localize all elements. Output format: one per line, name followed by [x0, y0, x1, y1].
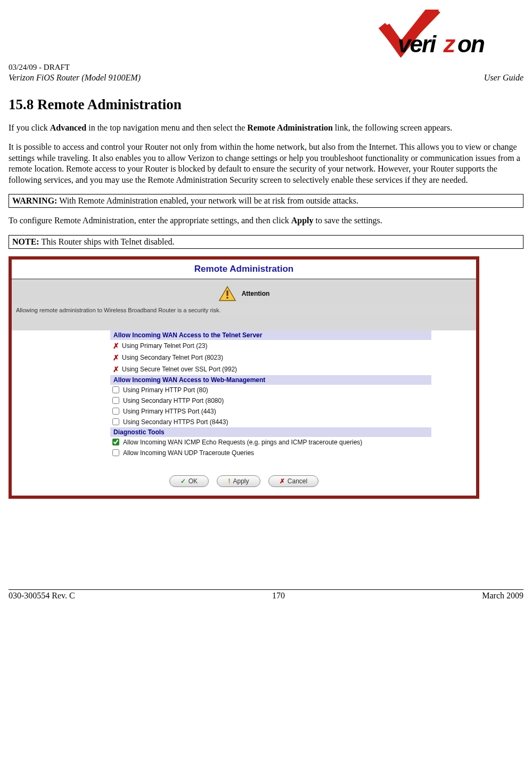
option-label: Using Secure Telnet over SSL Port (992) — [122, 366, 237, 373]
user-guide-label: User Guide — [484, 73, 523, 83]
cancel-button[interactable]: ✗ Cancel — [268, 475, 318, 487]
option-checkbox[interactable] — [112, 408, 119, 415]
disabled-x-icon: ✗ — [112, 353, 120, 362]
option-label: Using Primary HTTPS Port (443) — [123, 408, 216, 415]
intro-paragraph-1: If you click Advanced in the top navigat… — [9, 123, 523, 133]
option-label: Using Primary Telnet Port (23) — [122, 342, 208, 350]
attention-row: Attention — [12, 279, 476, 304]
option-checkbox[interactable] — [112, 449, 119, 456]
footer-row: 030-300554 Rev. C 170 March 2009 — [9, 591, 523, 601]
screenshot-title: Remote Administration — [12, 260, 476, 279]
svg-text:z: z — [443, 31, 456, 57]
intro-paragraph-2: It is possible to access and control you… — [9, 142, 523, 185]
group-header: Allow Incoming WAN Access to the Telnet … — [110, 330, 431, 340]
draft-line: 03/24/09 - DRAFT — [9, 63, 523, 72]
exclaim-icon: ! — [228, 477, 230, 485]
option-checkbox[interactable] — [112, 386, 119, 393]
option-label: Using Secondary HTTPS Port (8443) — [123, 418, 228, 426]
svg-text:on: on — [457, 31, 485, 57]
option-label: Allow Incoming WAN ICMP Echo Requests (e… — [123, 439, 362, 446]
logo-wrap: veri z on — [9, 10, 523, 60]
option-row: Using Secondary HTTP Port (8080) — [110, 395, 431, 406]
option-checkbox[interactable] — [112, 397, 119, 404]
x-icon: ✗ — [280, 477, 285, 485]
ok-button-label: OK — [189, 477, 198, 485]
option-row: ✗Using Primary Telnet Port (23) — [110, 340, 431, 352]
footer-right: March 2009 — [482, 591, 523, 601]
option-label: Using Secondary HTTP Port (8080) — [123, 397, 224, 404]
option-row: Using Primary HTTPS Port (443) — [110, 406, 431, 417]
apply-button[interactable]: ! Apply — [217, 475, 260, 487]
product-line: Verizon FiOS Router (Model 9100EM) — [9, 73, 141, 83]
disabled-x-icon: ✗ — [112, 365, 120, 374]
footer-left: 030-300554 Rev. C — [9, 591, 75, 601]
cancel-button-label: Cancel — [288, 477, 307, 485]
note-box: NOTE: This Router ships with Telnet disa… — [9, 235, 523, 249]
configure-paragraph: To configure Remote Administration, ente… — [9, 215, 523, 226]
risk-text: Allowing remote administration to Wirele… — [12, 304, 476, 315]
svg-rect-5 — [226, 297, 228, 298]
screenshot-frame: Remote Administration Attention Allowing… — [9, 256, 479, 499]
apply-button-label: Apply — [233, 477, 249, 485]
option-row: ✗Using Secure Telnet over SSL Port (992) — [110, 363, 431, 375]
section-title: 15.8 Remote Administration — [9, 96, 523, 113]
option-row: ✗Using Secondary Telnet Port (8023) — [110, 352, 431, 363]
ok-button[interactable]: ✓ OK — [169, 475, 209, 487]
svg-rect-4 — [226, 290, 228, 296]
verizon-logo: veri z on — [374, 10, 523, 58]
option-row: Allow Incoming WAN ICMP Echo Requests (e… — [110, 437, 431, 448]
footer-center: 170 — [272, 591, 285, 601]
svg-text:veri: veri — [398, 31, 437, 57]
footer-rule — [9, 589, 523, 590]
option-row: Allow Incoming WAN UDP Traceroute Querie… — [110, 448, 431, 458]
button-row: ✓ OK ! Apply ✗ Cancel — [12, 464, 476, 495]
header-row: Verizon FiOS Router (Model 9100EM) User … — [9, 73, 523, 83]
option-checkbox[interactable] — [112, 439, 119, 445]
group-header: Allow Incoming WAN Access to Web-Managem… — [110, 375, 431, 385]
warning-triangle-icon — [218, 286, 236, 302]
option-row: Using Primary HTTP Port (80) — [110, 385, 431, 395]
option-label: Allow Incoming WAN UDP Traceroute Querie… — [123, 449, 254, 457]
option-row: Using Secondary HTTPS Port (8443) — [110, 417, 431, 427]
attention-label: Attention — [242, 290, 270, 297]
group-header: Diagnostic Tools — [110, 427, 431, 437]
check-icon: ✓ — [181, 477, 186, 485]
option-label: Using Secondary Telnet Port (8023) — [122, 354, 223, 361]
option-checkbox[interactable] — [112, 418, 119, 425]
disabled-x-icon: ✗ — [112, 342, 120, 350]
option-label: Using Primary HTTP Port (80) — [123, 386, 208, 394]
warning-box: WARNING: With Remote Administration enab… — [9, 194, 523, 208]
